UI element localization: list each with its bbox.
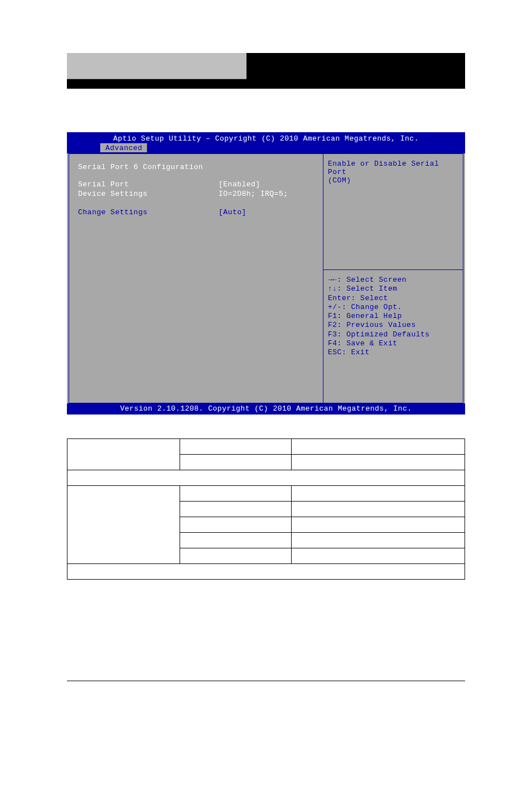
cell [180, 533, 292, 548]
bios-section-heading: Serial Port 6 Configuration [78, 163, 317, 171]
cell [292, 533, 465, 548]
cell [292, 502, 465, 517]
cell [67, 564, 465, 580]
bios-footer: Version 2.10.1208. Copyright (C) 2010 Am… [67, 403, 465, 415]
help-line-1: Enable or Disable Serial Port [328, 160, 458, 176]
cell [180, 486, 292, 502]
key-enter: Enter: Select [328, 294, 458, 303]
header-band-left [67, 53, 246, 79]
table-row [67, 439, 465, 455]
key-select-item: ↑↓: Select Item [328, 285, 458, 293]
cell [292, 517, 465, 533]
bios-tab-row: Advanced [67, 144, 465, 153]
options-table [67, 438, 465, 580]
cell [292, 548, 465, 564]
key-select-screen: →←: Select Screen [328, 276, 458, 285]
value-serial-port: [Enabled] [219, 180, 317, 189]
cell [180, 502, 292, 517]
value-device-settings: IO=2D8h; IRQ=5; [219, 190, 317, 198]
cell [292, 439, 465, 455]
cell [67, 486, 180, 564]
cell [67, 439, 180, 470]
table-row [67, 564, 465, 580]
row-change-settings[interactable]: Change Settings [Auto] [78, 208, 317, 216]
key-f2: F2: Previous Values [328, 321, 458, 330]
bios-title: Aptio Setup Utility – Copyright (C) 2010… [67, 132, 465, 144]
bios-main-panel: Serial Port 6 Configuration Serial Port … [69, 153, 323, 403]
key-change-opt: +/-: Change Opt. [328, 303, 458, 312]
value-change-settings: [Auto] [219, 208, 317, 216]
label-change-settings: Change Settings [78, 208, 219, 216]
key-f4: F4: Save & Exit [328, 339, 458, 348]
table-row [67, 486, 465, 502]
key-f1: F1: General Help [328, 312, 458, 321]
cell [292, 455, 465, 470]
key-esc: ESC: Exit [328, 348, 458, 357]
key-f3: F3: Optimized Defaults [328, 330, 458, 339]
label-device-settings: Device Settings [78, 190, 219, 198]
footer-rule [67, 681, 465, 681]
label-serial-port: Serial Port [78, 180, 219, 189]
header-band [67, 53, 465, 89]
cell [180, 517, 292, 533]
table-row [67, 470, 465, 486]
help-line-2: (COM) [328, 176, 458, 185]
cell [180, 439, 292, 455]
bios-help-text: Enable or Disable Serial Port (COM) [323, 154, 463, 270]
cell [292, 486, 465, 502]
bios-screenshot: Aptio Setup Utility – Copyright (C) 2010… [67, 132, 465, 415]
bios-body: Serial Port 6 Configuration Serial Port … [67, 153, 465, 403]
cell [67, 470, 465, 486]
bios-side-panel: Enable or Disable Serial Port (COM) →←: … [323, 153, 463, 403]
cell [180, 455, 292, 470]
row-serial-port[interactable]: Serial Port [Enabled] [78, 180, 317, 189]
bios-key-legend: →←: Select Screen ↑↓: Select Item Enter:… [323, 270, 463, 363]
row-device-settings: Device Settings IO=2D8h; IRQ=5; [78, 190, 317, 198]
cell [180, 548, 292, 564]
tab-advanced[interactable]: Advanced [100, 143, 147, 152]
